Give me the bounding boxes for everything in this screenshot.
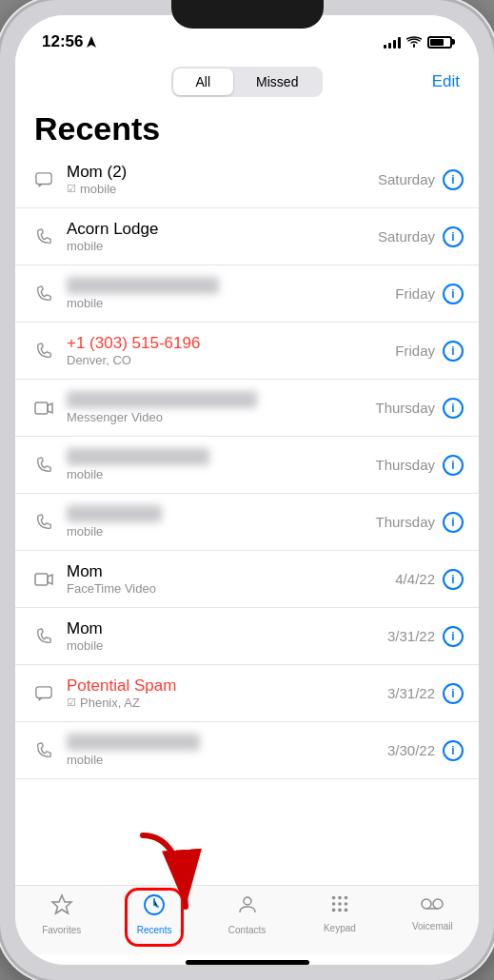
call-type: mobile — [67, 296, 395, 310]
call-item: Mom FaceTime Video 4/4/22 i — [15, 551, 479, 608]
svg-point-13 — [332, 909, 336, 912]
phone-icon — [30, 742, 57, 759]
page-title: Recents — [15, 103, 479, 151]
call-date: 3/31/22 — [387, 685, 435, 701]
wifi-icon — [406, 36, 422, 48]
message-icon — [30, 685, 57, 702]
edit-button[interactable]: Edit — [432, 72, 460, 91]
call-name: BLURRED NAME — [67, 277, 395, 296]
info-button[interactable]: i — [443, 740, 464, 761]
call-type: FaceTime Video — [67, 581, 395, 596]
info-button[interactable]: i — [443, 226, 464, 247]
svg-point-9 — [345, 896, 348, 900]
tab-recents[interactable]: Recents — [108, 893, 200, 935]
svg-point-17 — [433, 899, 443, 909]
info-button[interactable]: i — [443, 398, 464, 419]
call-info: +1 (303) 515-6196 Denver, CO — [67, 334, 395, 367]
svg-point-15 — [345, 909, 348, 912]
call-item: SHORT mobile Thursday i — [15, 494, 479, 551]
message-icon — [30, 171, 57, 188]
tab-keypad-label: Keypad — [324, 923, 356, 933]
call-meta: 3/31/22 i — [387, 683, 464, 704]
call-date: Thursday — [375, 514, 435, 530]
svg-marker-0 — [87, 36, 96, 48]
svg-point-10 — [332, 902, 336, 906]
call-date: Friday — [395, 285, 435, 302]
call-item: Mom (2) ☑ mobile Saturday i — [15, 151, 479, 208]
call-date: Friday — [395, 343, 435, 359]
phone-icon — [30, 343, 57, 360]
recents-icon — [143, 893, 166, 922]
call-item: Acorn Lodge mobile Saturday i — [15, 208, 479, 265]
status-icons — [384, 35, 452, 49]
call-date: 4/4/22 — [395, 571, 435, 587]
keypad-icon — [329, 893, 350, 920]
call-date: 3/30/22 — [387, 742, 435, 758]
call-item: +1 (303) 515-6196 Denver, CO Friday i — [15, 323, 479, 380]
call-date: Saturday — [378, 171, 435, 187]
call-meta: Thursday i — [375, 398, 464, 419]
call-item: Potential Spam ☑ Phenix, AZ 3/31/22 i — [15, 665, 479, 722]
call-type: Denver, CO — [67, 353, 395, 367]
call-info: SHORT mobile — [67, 505, 375, 539]
svg-point-14 — [338, 909, 342, 912]
call-type: mobile — [67, 638, 387, 653]
segment-all[interactable]: All — [173, 69, 234, 95]
info-button[interactable]: i — [443, 569, 464, 590]
nav-bar: All Missed Edit — [15, 61, 479, 103]
info-button[interactable]: i — [443, 626, 464, 647]
info-button[interactable]: i — [443, 284, 464, 304]
call-info: Mom (2) ☑ mobile — [67, 163, 378, 196]
video-icon — [30, 402, 57, 415]
call-list: Mom (2) ☑ mobile Saturday i Acorn Lodge — [15, 151, 479, 885]
phone-frame: 12:56 — [0, 0, 494, 980]
call-item: BLURRED LONG NAME Messenger Video Thursd… — [15, 380, 479, 437]
segment-control: All Missed — [171, 67, 324, 97]
call-name: Acorn Lodge — [67, 220, 378, 239]
call-name: Mom — [67, 619, 387, 638]
notch — [171, 0, 324, 29]
call-meta: Friday i — [395, 284, 464, 304]
tab-recents-label: Recents — [137, 925, 172, 935]
call-info: Acorn Lodge mobile — [67, 220, 378, 253]
call-name: Mom (2) — [67, 163, 378, 182]
call-type: ☑ Phenix, AZ — [67, 696, 387, 710]
status-time: 12:56 — [42, 32, 83, 51]
call-type: mobile — [67, 524, 375, 539]
tab-keypad[interactable]: Keypad — [293, 893, 385, 935]
call-date: Saturday — [378, 228, 435, 245]
tab-bar: Favorites Recents Contacts — [15, 885, 479, 954]
contacts-icon — [236, 893, 259, 922]
phone-screen: 12:56 — [15, 15, 479, 965]
call-name: BLURRED NAME — [67, 448, 375, 467]
call-meta: 3/31/22 i — [387, 626, 464, 647]
tab-contacts[interactable]: Contacts — [201, 893, 293, 935]
tab-voicemail-label: Voicemail — [412, 921, 453, 931]
call-info: Potential Spam ☑ Phenix, AZ — [67, 676, 387, 710]
info-button[interactable]: i — [443, 683, 464, 704]
call-item: Mom mobile 3/31/22 i — [15, 608, 479, 665]
video-icon — [30, 573, 57, 586]
call-info: Mom FaceTime Video — [67, 562, 395, 596]
call-info: BLURRED LONG NAME Messenger Video — [67, 391, 375, 424]
tab-favorites[interactable]: Favorites — [15, 893, 108, 935]
call-item: BLURRED NAME mobile Friday i — [15, 265, 479, 323]
call-name: Mom — [67, 562, 395, 581]
call-info: BLURRED mobile — [67, 734, 387, 767]
call-item: BLURRED NAME mobile Thursday i — [15, 437, 479, 494]
svg-point-8 — [338, 896, 342, 900]
phone-icon — [30, 285, 57, 303]
home-indicator — [186, 960, 309, 965]
info-button[interactable]: i — [443, 512, 464, 533]
phone-icon — [30, 628, 57, 645]
segment-missed[interactable]: Missed — [233, 69, 321, 95]
tab-voicemail[interactable]: Voicemail — [386, 893, 479, 935]
call-info: Mom mobile — [67, 619, 387, 653]
svg-rect-3 — [35, 574, 48, 585]
call-item: BLURRED mobile 3/30/22 i — [15, 722, 479, 779]
call-meta: 3/30/22 i — [387, 740, 464, 761]
info-button[interactable]: i — [443, 455, 464, 476]
info-button[interactable]: i — [443, 341, 464, 362]
info-button[interactable]: i — [443, 169, 464, 190]
svg-rect-2 — [35, 402, 48, 414]
